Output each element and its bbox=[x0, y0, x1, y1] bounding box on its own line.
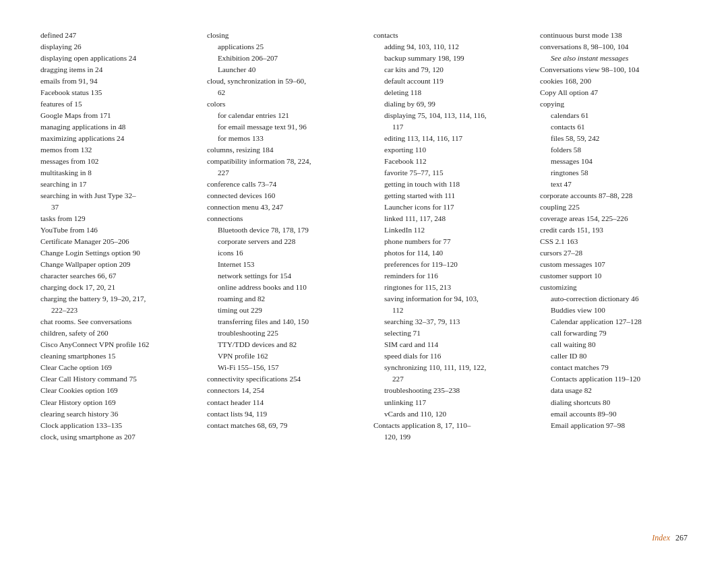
index-entry: YouTube from 146 bbox=[40, 224, 188, 236]
index-entry: continuous burst mode 138 bbox=[540, 30, 688, 41]
index-entry: folders 58 bbox=[540, 144, 688, 156]
index-entry: 37 bbox=[40, 201, 188, 213]
index-entry: Change Wallpaper option 209 bbox=[40, 259, 188, 270]
index-entry: connectivity specifications 254 bbox=[207, 373, 355, 385]
index-entry: ringtones 58 bbox=[540, 167, 688, 179]
index-entry: backup summary 198, 199 bbox=[373, 53, 521, 64]
index-entry: text 47 bbox=[540, 179, 688, 190]
index-entry: displaying open applications 24 bbox=[40, 53, 188, 64]
index-entry: Google Maps from 171 bbox=[40, 110, 188, 121]
index-entry: Facebook status 135 bbox=[40, 87, 188, 98]
index-entry: Calendar application 127–128 bbox=[540, 316, 688, 327]
index-entry: searching in with Just Type 32– bbox=[40, 190, 188, 201]
index-entry: compatibility information 78, 224, bbox=[207, 156, 355, 167]
index-entry: selecting 71 bbox=[373, 327, 521, 339]
index-entry: for calendar entries 121 bbox=[207, 110, 355, 121]
index-entry: multitasking in 8 bbox=[40, 167, 188, 179]
index-entry: messages from 102 bbox=[40, 156, 188, 167]
index-entry: Clear Call History command 75 bbox=[40, 373, 188, 385]
index-entry: icons 16 bbox=[207, 247, 355, 259]
index-entry: managing applications in 48 bbox=[40, 121, 188, 133]
index-entry: Wi-Fi 155–156, 157 bbox=[207, 362, 355, 373]
index-entry: Clock application 133–135 bbox=[40, 420, 188, 431]
index-entry: deleting 118 bbox=[373, 87, 521, 98]
index-entry: Exhibition 206–207 bbox=[207, 53, 355, 64]
index-entry: Copy All option 47 bbox=[540, 87, 688, 98]
index-entry: for email message text 91, 96 bbox=[207, 121, 355, 133]
index-entry: 62 bbox=[207, 87, 355, 98]
index-entry: dialing by 69, 99 bbox=[373, 98, 521, 110]
index-entry: adding 94, 103, 110, 112 bbox=[373, 41, 521, 53]
index-entry: connection menu 43, 247 bbox=[207, 201, 355, 213]
index-entry: Launcher icons for 117 bbox=[373, 201, 521, 213]
index-entry: speed dials for 116 bbox=[373, 350, 521, 362]
index-entry: defined 247 bbox=[40, 30, 188, 41]
index-entry: colors bbox=[207, 98, 355, 110]
index-entry: linked 111, 117, 248 bbox=[373, 213, 521, 224]
index-entry: displaying 75, 104, 113, 114, 116, bbox=[373, 110, 521, 121]
index-entry: unlinking 117 bbox=[373, 397, 521, 408]
index-entry: email accounts 89–90 bbox=[540, 408, 688, 420]
index-entry: Certificate Manager 205–206 bbox=[40, 236, 188, 247]
index-entry: contact matches 79 bbox=[540, 362, 688, 373]
index-entry: dialing shortcuts 80 bbox=[540, 397, 688, 408]
index-entry: conference calls 73–74 bbox=[207, 179, 355, 190]
index-entry: 222–223 bbox=[40, 305, 188, 316]
index-entry: columns, resizing 184 bbox=[207, 144, 355, 156]
index-entry: maximizing applications 24 bbox=[40, 133, 188, 144]
index-entry: copying bbox=[540, 98, 688, 110]
index-entry: closing bbox=[207, 30, 355, 41]
index-entry: custom messages 107 bbox=[540, 259, 688, 270]
index-entry: Change Login Settings option 90 bbox=[40, 247, 188, 259]
index-entry: timing out 229 bbox=[207, 305, 355, 316]
index-entry: LinkedIn 112 bbox=[373, 224, 521, 236]
index-entry: Clear History option 169 bbox=[40, 397, 188, 408]
column-2: contactsadding 94, 103, 110, 112backup s… bbox=[373, 30, 521, 443]
index-entry: customer support 10 bbox=[540, 270, 688, 282]
index-entry: children, safety of 260 bbox=[40, 327, 188, 339]
index-entry: contacts 61 bbox=[540, 121, 688, 133]
index-entry: connected devices 160 bbox=[207, 190, 355, 201]
column-1: closingapplications 25Exhibition 206–207… bbox=[207, 30, 355, 431]
index-entry: VPN profile 162 bbox=[207, 350, 355, 362]
index-entry: ringtones for 115, 213 bbox=[373, 282, 521, 293]
index-entry: contact header 114 bbox=[207, 397, 355, 408]
index-entry: getting started with 111 bbox=[373, 190, 521, 201]
page: defined 247displaying 26displaying open … bbox=[0, 0, 728, 562]
index-entry: saving information for 94, 103, bbox=[373, 293, 521, 305]
index-entry: Buddies view 100 bbox=[540, 305, 688, 316]
index-entry: TTY/TDD devices and 82 bbox=[207, 339, 355, 350]
index-entry: coverage areas 154, 225–226 bbox=[540, 213, 688, 224]
index-entry: displaying 26 bbox=[40, 41, 188, 53]
index-entry: for memos 133 bbox=[207, 133, 355, 144]
index-entry: getting in touch with 118 bbox=[373, 179, 521, 190]
index-entry: data usage 82 bbox=[540, 385, 688, 396]
index-entry: emails from 91, 94 bbox=[40, 75, 188, 87]
index-entry: vCards and 110, 120 bbox=[373, 408, 521, 420]
index-entry: memos from 132 bbox=[40, 144, 188, 156]
column-0: defined 247displaying 26displaying open … bbox=[40, 30, 188, 443]
index-entry: Bluetooth device 78, 178, 179 bbox=[207, 224, 355, 236]
index-entry: connections bbox=[207, 213, 355, 224]
index-entry: calendars 61 bbox=[540, 110, 688, 121]
index-entry: synchronizing 110, 111, 119, 122, bbox=[373, 362, 521, 373]
index-entry: contacts bbox=[373, 30, 521, 41]
index-entry: cookies 168, 200 bbox=[540, 75, 688, 87]
index-entry: CSS 2.1 163 bbox=[540, 236, 688, 247]
index-entry: searching in 17 bbox=[40, 179, 188, 190]
index-entry: caller ID 80 bbox=[540, 350, 688, 362]
index-entry: Contacts application 119–120 bbox=[540, 373, 688, 385]
index-entry: Clear Cookies option 169 bbox=[40, 385, 188, 396]
index-entry: photos for 114, 140 bbox=[373, 247, 521, 259]
index-entry: contact matches 68, 69, 79 bbox=[207, 420, 355, 431]
index-entry: See also instant messages bbox=[540, 53, 688, 64]
index-entry: call waiting 80 bbox=[540, 339, 688, 350]
index-entry: connectors 14, 254 bbox=[207, 385, 355, 396]
index-entry: charging the battery 9, 19–20, 217, bbox=[40, 293, 188, 305]
index-entry: clearing search history 36 bbox=[40, 408, 188, 420]
index-entry: contact lists 94, 119 bbox=[207, 408, 355, 420]
index-entry: Email application 97–98 bbox=[540, 420, 688, 431]
index-entry: Launcher 40 bbox=[207, 64, 355, 75]
footer-index-label: Index bbox=[652, 533, 670, 543]
index-entry: favorite 75–77, 115 bbox=[373, 167, 521, 179]
